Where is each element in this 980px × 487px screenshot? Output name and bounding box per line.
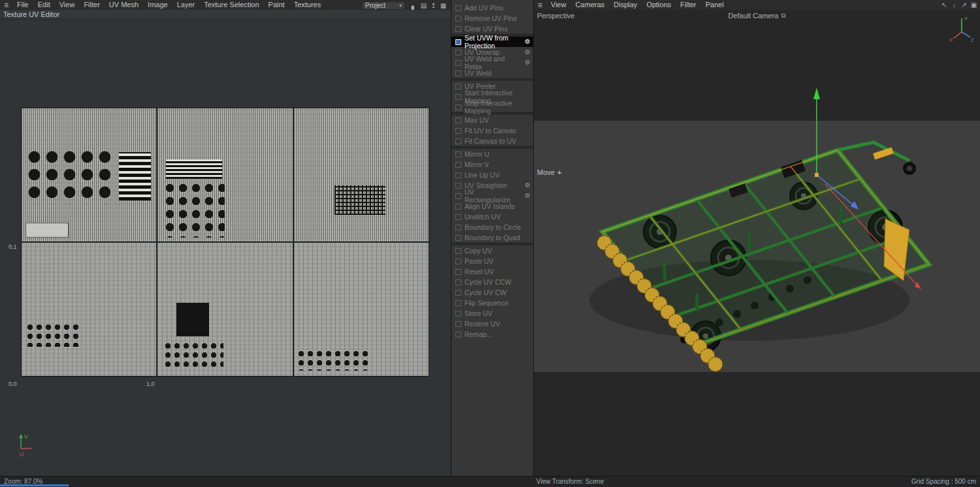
- fit-uv-to-canvas-icon: [455, 128, 461, 134]
- menu-item[interactable]: File: [12, 0, 33, 10]
- viewport-menu-icon[interactable]: ≡: [534, 1, 546, 10]
- menu-item[interactable]: Textures: [289, 0, 326, 10]
- command-item[interactable]: Remove UV Pins: [451, 13, 533, 24]
- palette-icon[interactable]: ▦: [438, 1, 448, 10]
- x-axis-label: X: [949, 37, 953, 42]
- render-lock-icon[interactable]: ▤: [419, 1, 429, 10]
- command-item[interactable]: Set UVW from Projection: [451, 37, 533, 47]
- toolbar-cluster: Project ▾ ▖▤↥▦: [362, 1, 448, 10]
- command-group-projection: Set UVW from Projection UV Unwrap UV Wel…: [451, 37, 533, 78]
- command-item[interactable]: Fit Canvas to UV: [451, 136, 533, 146]
- command-group-fit: Max UV Fit UV to Canvas Fit Canvas to UV: [451, 115, 533, 146]
- external-window-icon[interactable]: ↗: [959, 0, 969, 10]
- uv-tile-5[interactable]: [157, 243, 292, 376]
- command-item[interactable]: Restore UV: [451, 319, 533, 329]
- move-gizmo-center[interactable]: [815, 173, 819, 177]
- menu-item[interactable]: UV Mesh: [105, 0, 143, 10]
- gear-icon[interactable]: [525, 59, 531, 66]
- command-item[interactable]: Mirror V: [451, 159, 533, 170]
- command-item[interactable]: Paste UV: [451, 256, 533, 266]
- project-dropdown[interactable]: Project ▾: [362, 1, 405, 10]
- menu-item[interactable]: Texture Selection: [199, 0, 263, 10]
- world-axis-gizmo: Y X Z: [949, 12, 976, 42]
- gear-icon[interactable]: [525, 49, 531, 55]
- command-item[interactable]: Clear UV Pins: [451, 24, 533, 34]
- command-item[interactable]: Stop Interactive Mapping: [451, 102, 533, 112]
- application-window: ≡ FileEditViewFilterUV MeshImageLayerTex…: [0, 0, 980, 487]
- command-item[interactable]: Store UV: [451, 308, 533, 319]
- command-item[interactable]: Cycle UV CCW: [451, 277, 533, 287]
- uv-tile-3[interactable]: [294, 108, 429, 242]
- boundary-to-quad-icon: [455, 235, 461, 241]
- view-mode-label[interactable]: Perspective: [537, 12, 574, 20]
- uv-tile-6[interactable]: [294, 243, 429, 376]
- menu-item[interactable]: Display: [609, 0, 642, 10]
- flip-sequence-icon: [455, 300, 461, 306]
- gear-icon[interactable]: [525, 182, 531, 189]
- main-menu-icon[interactable]: ≡: [0, 1, 12, 10]
- toolbar-right-icons: ↖↓↗▣: [939, 0, 979, 10]
- remap-icon: [455, 332, 461, 338]
- menu-item[interactable]: Cameras: [571, 0, 610, 10]
- menu-item[interactable]: Image: [143, 0, 172, 10]
- command-item[interactable]: Boundary to Quad: [451, 232, 533, 243]
- command-item[interactable]: Remap...: [451, 329, 533, 339]
- layout-icon[interactable]: ▣: [969, 0, 979, 10]
- project-dropdown-label: Project: [365, 2, 385, 9]
- uv-island-plate: [25, 223, 69, 237]
- viewport-panel: ≡ ViewCamerasDisplayOptionsFilterPanel ↖…: [534, 0, 980, 487]
- stop-interactive-mapping-icon: [455, 104, 461, 110]
- menu-item[interactable]: Options: [642, 0, 676, 10]
- uv-axis-gizmo: V U: [14, 432, 41, 458]
- gear-icon[interactable]: [525, 193, 531, 199]
- 3d-viewport[interactable]: Perspective Default Camera ⧉ Move + Y X …: [534, 10, 980, 476]
- toolbar-center-icons: ▖▤↥▦: [409, 1, 448, 10]
- uv-tile-grid: [22, 108, 429, 376]
- menubar-right-items: ViewCamerasDisplayOptionsFilterPanel: [546, 0, 728, 10]
- z-axis-label: Z: [971, 37, 974, 42]
- command-item[interactable]: Fit UV to Canvas: [451, 125, 533, 136]
- uv-coordinate-label: 1,0: [146, 381, 155, 387]
- command-item[interactable]: Add UV Pins: [451, 3, 533, 13]
- command-item[interactable]: Unstitch UV: [451, 212, 533, 222]
- download-icon[interactable]: ↓: [949, 0, 959, 10]
- menu-item[interactable]: Edit: [33, 0, 55, 10]
- menu-item[interactable]: Filter: [79, 0, 104, 10]
- pointer-icon[interactable]: ↖: [939, 0, 949, 10]
- command-item[interactable]: Max UV: [451, 115, 533, 125]
- command-item[interactable]: Copy UV: [451, 245, 533, 256]
- command-item[interactable]: Line Up UV: [451, 170, 533, 180]
- menu-item[interactable]: Paint: [264, 0, 289, 10]
- command-item[interactable]: Boundary to Circle: [451, 222, 533, 232]
- uv-weld-relax-icon: [455, 60, 461, 66]
- uv-island-block: [176, 303, 209, 336]
- uv-coordinate-label: 0,1: [8, 244, 17, 250]
- command-item[interactable]: UV Weld and Relax: [451, 57, 533, 68]
- command-item[interactable]: Cycle UV CW: [451, 287, 533, 298]
- copy-uv-icon: [455, 248, 461, 254]
- menu-item[interactable]: Filter: [676, 0, 700, 10]
- mirror-v-icon: [455, 162, 461, 168]
- grid-spacing-label: Grid Spacing : 500 cm: [911, 478, 976, 485]
- uv-tile-2[interactable]: [157, 108, 292, 242]
- u-axis-label: U: [20, 451, 24, 458]
- menubar-left-items: FileEditViewFilterUV MeshImageLayerTextu…: [12, 0, 325, 10]
- gear-icon[interactable]: [525, 39, 531, 45]
- chart-icon[interactable]: ▖: [409, 1, 419, 10]
- uv-tile-4[interactable]: [22, 243, 156, 376]
- command-item[interactable]: Mirror U: [451, 149, 533, 159]
- menu-item[interactable]: View: [546, 0, 571, 10]
- menu-item[interactable]: View: [55, 0, 80, 10]
- uv-tile-1[interactable]: [22, 108, 156, 242]
- upload-icon[interactable]: ↥: [429, 1, 438, 10]
- uv-canvas[interactable]: 0,1 0,0 1,0 V U: [0, 20, 451, 476]
- command-item[interactable]: Reset UV: [451, 266, 533, 277]
- camera-label[interactable]: Default Camera ⧉: [728, 12, 785, 20]
- texture-uv-editor-panel: ≡ FileEditViewFilterUV MeshImageLayerTex…: [0, 0, 451, 487]
- command-item[interactable]: UV Rectangularize: [451, 191, 533, 201]
- camera-link-icon[interactable]: ⧉: [781, 12, 785, 20]
- menu-item[interactable]: Layer: [172, 0, 200, 10]
- command-item[interactable]: Flip Sequence: [451, 298, 533, 308]
- menu-item[interactable]: Panel: [701, 0, 728, 10]
- pin-clear-icon: [455, 26, 461, 32]
